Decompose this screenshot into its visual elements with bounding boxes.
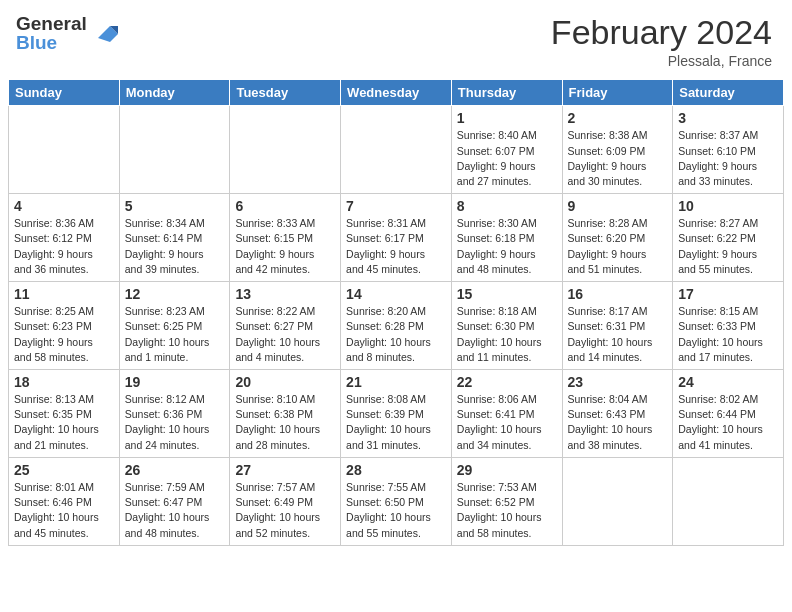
calendar-cell: [119, 106, 230, 194]
day-info: Sunrise: 8:15 AM Sunset: 6:33 PM Dayligh…: [678, 304, 778, 365]
day-info: Sunrise: 8:33 AM Sunset: 6:15 PM Dayligh…: [235, 216, 335, 277]
calendar-week-5: 25Sunrise: 8:01 AM Sunset: 6:46 PM Dayli…: [9, 457, 784, 545]
col-sunday: Sunday: [9, 80, 120, 106]
day-info: Sunrise: 8:25 AM Sunset: 6:23 PM Dayligh…: [14, 304, 114, 365]
calendar-week-1: 1Sunrise: 8:40 AM Sunset: 6:07 PM Daylig…: [9, 106, 784, 194]
page: General Blue February 2024 Plessala, Fra…: [0, 0, 792, 612]
logo: General Blue: [16, 14, 122, 52]
day-info: Sunrise: 8:36 AM Sunset: 6:12 PM Dayligh…: [14, 216, 114, 277]
day-info: Sunrise: 8:08 AM Sunset: 6:39 PM Dayligh…: [346, 392, 446, 453]
calendar-cell: [562, 457, 673, 545]
day-number: 28: [346, 462, 446, 478]
day-number: 6: [235, 198, 335, 214]
calendar-week-3: 11Sunrise: 8:25 AM Sunset: 6:23 PM Dayli…: [9, 282, 784, 370]
calendar-cell: 1Sunrise: 8:40 AM Sunset: 6:07 PM Daylig…: [451, 106, 562, 194]
day-number: 3: [678, 110, 778, 126]
day-number: 26: [125, 462, 225, 478]
calendar-cell: [673, 457, 784, 545]
col-monday: Monday: [119, 80, 230, 106]
calendar-cell: [230, 106, 341, 194]
day-info: Sunrise: 7:53 AM Sunset: 6:52 PM Dayligh…: [457, 480, 557, 541]
calendar-cell: 15Sunrise: 8:18 AM Sunset: 6:30 PM Dayli…: [451, 282, 562, 370]
day-info: Sunrise: 8:28 AM Sunset: 6:20 PM Dayligh…: [568, 216, 668, 277]
col-saturday: Saturday: [673, 80, 784, 106]
calendar-table: Sunday Monday Tuesday Wednesday Thursday…: [8, 79, 784, 545]
col-wednesday: Wednesday: [341, 80, 452, 106]
day-info: Sunrise: 8:12 AM Sunset: 6:36 PM Dayligh…: [125, 392, 225, 453]
day-number: 1: [457, 110, 557, 126]
calendar-week-4: 18Sunrise: 8:13 AM Sunset: 6:35 PM Dayli…: [9, 370, 784, 458]
day-number: 16: [568, 286, 668, 302]
day-info: Sunrise: 8:18 AM Sunset: 6:30 PM Dayligh…: [457, 304, 557, 365]
day-info: Sunrise: 8:04 AM Sunset: 6:43 PM Dayligh…: [568, 392, 668, 453]
day-info: Sunrise: 7:55 AM Sunset: 6:50 PM Dayligh…: [346, 480, 446, 541]
calendar-cell: [341, 106, 452, 194]
col-tuesday: Tuesday: [230, 80, 341, 106]
day-number: 5: [125, 198, 225, 214]
calendar-cell: 4Sunrise: 8:36 AM Sunset: 6:12 PM Daylig…: [9, 194, 120, 282]
day-info: Sunrise: 8:17 AM Sunset: 6:31 PM Dayligh…: [568, 304, 668, 365]
day-info: Sunrise: 8:37 AM Sunset: 6:10 PM Dayligh…: [678, 128, 778, 189]
day-number: 9: [568, 198, 668, 214]
calendar-body: 1Sunrise: 8:40 AM Sunset: 6:07 PM Daylig…: [9, 106, 784, 545]
day-info: Sunrise: 8:23 AM Sunset: 6:25 PM Dayligh…: [125, 304, 225, 365]
calendar-cell: 18Sunrise: 8:13 AM Sunset: 6:35 PM Dayli…: [9, 370, 120, 458]
day-info: Sunrise: 8:34 AM Sunset: 6:14 PM Dayligh…: [125, 216, 225, 277]
day-number: 10: [678, 198, 778, 214]
calendar-cell: 2Sunrise: 8:38 AM Sunset: 6:09 PM Daylig…: [562, 106, 673, 194]
day-number: 4: [14, 198, 114, 214]
day-info: Sunrise: 8:10 AM Sunset: 6:38 PM Dayligh…: [235, 392, 335, 453]
logo-blue: Blue: [16, 33, 87, 52]
day-info: Sunrise: 8:13 AM Sunset: 6:35 PM Dayligh…: [14, 392, 114, 453]
calendar-cell: 23Sunrise: 8:04 AM Sunset: 6:43 PM Dayli…: [562, 370, 673, 458]
calendar-cell: 8Sunrise: 8:30 AM Sunset: 6:18 PM Daylig…: [451, 194, 562, 282]
day-info: Sunrise: 7:57 AM Sunset: 6:49 PM Dayligh…: [235, 480, 335, 541]
calendar-cell: 6Sunrise: 8:33 AM Sunset: 6:15 PM Daylig…: [230, 194, 341, 282]
calendar-cell: 28Sunrise: 7:55 AM Sunset: 6:50 PM Dayli…: [341, 457, 452, 545]
calendar-cell: 14Sunrise: 8:20 AM Sunset: 6:28 PM Dayli…: [341, 282, 452, 370]
day-info: Sunrise: 8:01 AM Sunset: 6:46 PM Dayligh…: [14, 480, 114, 541]
calendar-cell: 24Sunrise: 8:02 AM Sunset: 6:44 PM Dayli…: [673, 370, 784, 458]
calendar-cell: 20Sunrise: 8:10 AM Sunset: 6:38 PM Dayli…: [230, 370, 341, 458]
day-info: Sunrise: 8:02 AM Sunset: 6:44 PM Dayligh…: [678, 392, 778, 453]
calendar-cell: 5Sunrise: 8:34 AM Sunset: 6:14 PM Daylig…: [119, 194, 230, 282]
day-info: Sunrise: 8:31 AM Sunset: 6:17 PM Dayligh…: [346, 216, 446, 277]
day-number: 20: [235, 374, 335, 390]
header: General Blue February 2024 Plessala, Fra…: [0, 0, 792, 75]
day-info: Sunrise: 8:38 AM Sunset: 6:09 PM Dayligh…: [568, 128, 668, 189]
subtitle: Plessala, France: [551, 53, 772, 69]
day-number: 7: [346, 198, 446, 214]
day-number: 24: [678, 374, 778, 390]
calendar-cell: [9, 106, 120, 194]
calendar-cell: 19Sunrise: 8:12 AM Sunset: 6:36 PM Dayli…: [119, 370, 230, 458]
calendar-week-2: 4Sunrise: 8:36 AM Sunset: 6:12 PM Daylig…: [9, 194, 784, 282]
day-info: Sunrise: 7:59 AM Sunset: 6:47 PM Dayligh…: [125, 480, 225, 541]
calendar-cell: 10Sunrise: 8:27 AM Sunset: 6:22 PM Dayli…: [673, 194, 784, 282]
calendar-cell: 16Sunrise: 8:17 AM Sunset: 6:31 PM Dayli…: [562, 282, 673, 370]
logo-general: General: [16, 14, 87, 33]
calendar-cell: 7Sunrise: 8:31 AM Sunset: 6:17 PM Daylig…: [341, 194, 452, 282]
calendar-cell: 12Sunrise: 8:23 AM Sunset: 6:25 PM Dayli…: [119, 282, 230, 370]
calendar-cell: 22Sunrise: 8:06 AM Sunset: 6:41 PM Dayli…: [451, 370, 562, 458]
day-info: Sunrise: 8:40 AM Sunset: 6:07 PM Dayligh…: [457, 128, 557, 189]
day-info: Sunrise: 8:06 AM Sunset: 6:41 PM Dayligh…: [457, 392, 557, 453]
calendar-cell: 13Sunrise: 8:22 AM Sunset: 6:27 PM Dayli…: [230, 282, 341, 370]
logo-icon: [90, 18, 122, 50]
col-thursday: Thursday: [451, 80, 562, 106]
calendar-cell: 29Sunrise: 7:53 AM Sunset: 6:52 PM Dayli…: [451, 457, 562, 545]
day-info: Sunrise: 8:27 AM Sunset: 6:22 PM Dayligh…: [678, 216, 778, 277]
day-number: 27: [235, 462, 335, 478]
calendar-cell: 11Sunrise: 8:25 AM Sunset: 6:23 PM Dayli…: [9, 282, 120, 370]
calendar-cell: 21Sunrise: 8:08 AM Sunset: 6:39 PM Dayli…: [341, 370, 452, 458]
day-number: 2: [568, 110, 668, 126]
calendar-wrapper: Sunday Monday Tuesday Wednesday Thursday…: [0, 75, 792, 553]
day-info: Sunrise: 8:22 AM Sunset: 6:27 PM Dayligh…: [235, 304, 335, 365]
day-number: 11: [14, 286, 114, 302]
day-info: Sunrise: 8:30 AM Sunset: 6:18 PM Dayligh…: [457, 216, 557, 277]
calendar-cell: 9Sunrise: 8:28 AM Sunset: 6:20 PM Daylig…: [562, 194, 673, 282]
day-number: 14: [346, 286, 446, 302]
day-number: 17: [678, 286, 778, 302]
day-number: 12: [125, 286, 225, 302]
calendar-cell: 26Sunrise: 7:59 AM Sunset: 6:47 PM Dayli…: [119, 457, 230, 545]
day-number: 25: [14, 462, 114, 478]
